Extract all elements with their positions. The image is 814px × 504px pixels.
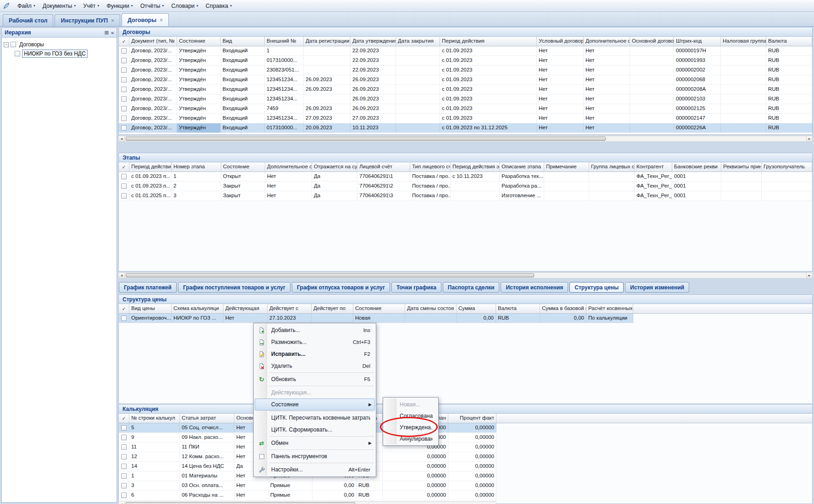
table-cell[interactable]: 27.09.2023 [351, 114, 396, 123]
table-cell[interactable] [312, 314, 353, 323]
table-cell[interactable]: 017310000... [265, 56, 304, 65]
table-cell[interactable]: 12 Комм. расхо... [180, 452, 234, 461]
table-cell[interactable]: Договор, 2023/... [129, 46, 177, 55]
table-cell[interactable]: 14 [129, 462, 180, 471]
table-cell[interactable]: Нет [234, 491, 268, 500]
tree-node-child[interactable]: НИОКР по ГОЗ без НДС [4, 49, 115, 58]
table-cell[interactable] [396, 66, 440, 75]
table-cell[interactable]: Нет [584, 123, 630, 133]
table-cell[interactable]: 0,00000 [448, 471, 496, 481]
section-tab[interactable]: График отпуска товаров и услуг [292, 282, 390, 293]
table-cell[interactable]: Входящий [221, 66, 265, 75]
table-cell[interactable]: 09 Накл. расхо... [180, 433, 234, 442]
table-cell[interactable]: Утверждён [177, 75, 221, 84]
row-checkbox[interactable] [121, 435, 127, 440]
table-cell[interactable]: Договор, 2023/... [129, 123, 177, 133]
table-cell[interactable]: 1 [172, 172, 221, 181]
table-cell[interactable]: RUB [766, 75, 812, 84]
row-checkbox[interactable] [121, 125, 127, 131]
table-cell[interactable]: Входящий [221, 94, 265, 104]
table-cell[interactable]: 7706406291\1 [357, 172, 410, 181]
tree-node-label[interactable]: Договоры [18, 41, 45, 48]
table-cell[interactable] [544, 182, 589, 191]
scrollbar-thumb[interactable] [126, 137, 606, 141]
table-cell[interactable] [721, 123, 766, 133]
collapse-panel-icon[interactable]: « [111, 30, 114, 35]
table-cell[interactable]: с 01.09.2023 [440, 66, 537, 75]
menu-item-annotated[interactable]: Утверждена... [384, 421, 437, 433]
column-header[interactable]: Состояние [221, 162, 265, 172]
table-cell[interactable]: Нет [584, 85, 630, 94]
table-cell[interactable]: с 01.09.2023 п... [129, 172, 172, 181]
column-header[interactable]: Валюта [766, 37, 812, 46]
table-cell[interactable]: 22.09.2023 [351, 46, 396, 55]
column-header[interactable]: Схема калькуляци [172, 304, 223, 313]
table-cell[interactable]: Утверждён [177, 46, 221, 55]
table-cell[interactable]: Входящий [221, 75, 265, 84]
column-header[interactable]: Дополнительное с [265, 162, 312, 172]
table-cell[interactable]: ФА_Техн_Рег_... [635, 172, 672, 181]
table-cell[interactable]: Прямые [268, 481, 312, 490]
table-cell[interactable]: 7459 [265, 104, 304, 113]
table-cell[interactable] [721, 182, 762, 191]
row-checkbox[interactable] [121, 116, 127, 121]
row-checkbox[interactable] [121, 183, 127, 189]
menu-item[interactable]: Аннулирована... [384, 433, 437, 444]
table-row[interactable]: с 01.09.2023 п...2ЗакрытНетДа7706406291\… [119, 182, 812, 191]
table-cell[interactable]: Договор, 2023/... [129, 94, 177, 104]
column-header[interactable]: Штрих-код [674, 37, 721, 46]
row-checkbox[interactable] [121, 106, 127, 111]
table-cell[interactable]: Утверждён [177, 66, 221, 75]
column-header[interactable]: Валюта [496, 304, 540, 313]
table-row[interactable]: Договор, 2023/...УтверждёнВходящий122.09… [119, 46, 812, 56]
table-cell[interactable]: 6 [129, 491, 180, 500]
table-cell[interactable]: Разработка тех... [500, 172, 544, 181]
row-checkbox[interactable] [121, 174, 127, 179]
table-cell[interactable]: 0,00000 [383, 471, 448, 481]
table-cell[interactable]: RUB [766, 94, 812, 104]
table-cell[interactable]: Договор, 2023/... [129, 66, 177, 75]
table-cell[interactable] [396, 114, 440, 123]
menu-item[interactable]: ЦИТК. Пересчитать косвенные затраты... [255, 412, 375, 424]
table-cell[interactable]: 03 Осн. оплата... [180, 481, 234, 490]
column-header[interactable]: Действует с [268, 304, 312, 313]
table-cell[interactable]: Договор, 2023/... [129, 56, 177, 65]
table-row[interactable]: с 01.01.2025 п...3ЗакрытНетДа7706406291\… [119, 191, 812, 201]
table-cell[interactable]: 123451234... [265, 114, 304, 123]
table-cell[interactable]: 26.09.2023 [304, 104, 351, 113]
table-cell[interactable]: НИОКР по ГОЗ ... [172, 314, 223, 323]
column-header[interactable]: Вид цены [129, 304, 172, 313]
table-cell[interactable]: RUB [766, 123, 812, 133]
table-cell[interactable]: с 01.09.2023 [440, 46, 537, 55]
table-cell[interactable]: Нет [537, 46, 584, 55]
table-cell[interactable]: 0,00 [312, 481, 357, 490]
table-cell[interactable]: 20.09.2023 [304, 123, 351, 133]
table-row[interactable]: Договор, 2023/...УтверждёнВходящий123451… [119, 114, 812, 123]
row-checkbox[interactable] [121, 193, 127, 199]
table-cell[interactable] [396, 94, 440, 104]
column-header[interactable]: Вид [221, 37, 265, 46]
table-cell[interactable] [721, 191, 762, 200]
column-header[interactable]: Номер этапа [172, 162, 221, 172]
table-cell[interactable] [721, 56, 766, 65]
table-cell[interactable] [630, 104, 674, 113]
table-cell[interactable]: Закрыт [221, 182, 265, 191]
window-tab[interactable]: Инструкции ПУП× [55, 14, 120, 26]
table-cell[interactable]: Входящий [221, 114, 265, 123]
table-cell[interactable]: 0001 [672, 182, 721, 191]
table-cell[interactable]: с 01.09.2023 п... [129, 182, 172, 191]
column-header[interactable]: Реквизиты принад [721, 162, 762, 172]
price-structure-table[interactable]: ✓Вид ценыСхема калькуляциДействующаяДейс… [118, 304, 813, 404]
column-header[interactable]: Внешний № [265, 37, 304, 46]
table-cell[interactable] [396, 46, 440, 55]
table-row[interactable]: Договор, 2023/...УтверждёнВходящий123451… [119, 75, 812, 85]
column-header[interactable]: № строки калькул [129, 414, 180, 423]
table-cell[interactable]: Изготовление ... [500, 191, 544, 200]
table-cell[interactable]: RUB [766, 56, 812, 65]
table-cell[interactable] [762, 172, 812, 181]
table-cell[interactable]: Утверждён [177, 85, 221, 94]
table-cell[interactable]: 000000226A [674, 123, 721, 133]
table-cell[interactable]: Нет [537, 94, 584, 104]
row-checkbox[interactable] [121, 77, 127, 83]
table-cell[interactable]: Утверждён [177, 114, 221, 123]
